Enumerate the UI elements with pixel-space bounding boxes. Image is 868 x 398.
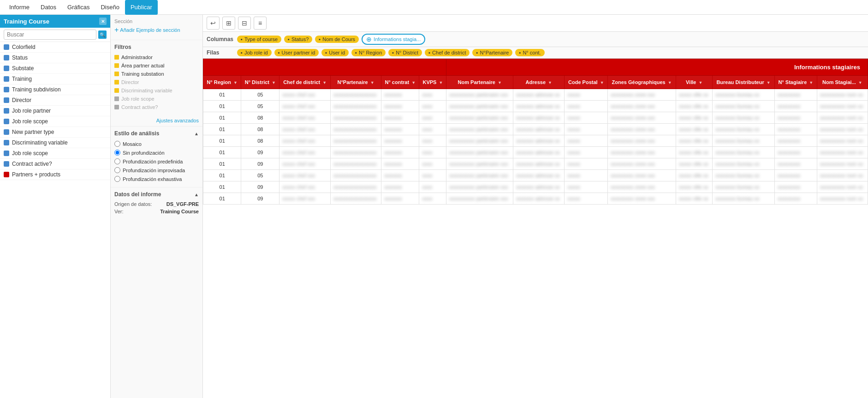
row-pill-user-partner-id[interactable]: ▪ User partner id (274, 49, 319, 56)
sort-icon[interactable]: ▼ (439, 80, 443, 85)
table-cell-blurred: xxxxxxxxx zone xxx (608, 158, 676, 170)
sort-icon[interactable]: ▼ (411, 80, 416, 85)
list-item[interactable]: Job role scope (0, 148, 110, 159)
list-item[interactable]: New partner type (0, 127, 110, 138)
sort-icon[interactable]: ▼ (548, 80, 552, 85)
search-icon[interactable]: 🔍 (98, 30, 107, 39)
table-cell-blurred: xxxxxxxxx (774, 89, 817, 101)
row-pill-n-district[interactable]: ▪ N° District (388, 49, 422, 56)
table-cell-blurred: xxxxxxxxx (774, 193, 817, 205)
list-item[interactable]: Training subdivision (0, 84, 110, 95)
sort-icon[interactable]: ▼ (809, 80, 813, 85)
nav-publicar[interactable]: Publicar (125, 0, 158, 15)
table-cell: 08 (241, 135, 279, 147)
table-row[interactable]: 0108xxxxx chef xxxxxxxxxxxxxxxxxxxxxxxxx… (203, 124, 868, 135)
undo-button[interactable]: ↩ (207, 17, 220, 30)
nav-informe[interactable]: Informe (4, 0, 35, 15)
col-header-chef-de-district[interactable]: Chef de district ▼ (279, 76, 331, 89)
row-pill-n-partenaire[interactable]: ▪ N°Partenaire (472, 49, 512, 56)
col-header-n-stagiaire[interactable]: N° Stagiaire ▼ (774, 76, 817, 89)
list-item[interactable]: Partners + products (0, 169, 110, 180)
sort-icon[interactable]: ▼ (272, 80, 276, 85)
list-item[interactable]: Status (0, 53, 110, 63)
col-header-kvps[interactable]: KVPS ▼ (419, 76, 446, 89)
sort-icon[interactable]: ▼ (698, 80, 702, 85)
sort-icon[interactable]: ▼ (370, 80, 375, 85)
filter-item[interactable]: Director (114, 78, 199, 86)
radio-mosaico[interactable]: Mosaico (114, 139, 199, 148)
filter-item[interactable]: Training substation (114, 70, 199, 78)
col-header-adresse[interactable]: Adresse ▼ (513, 76, 565, 89)
item-label: Contract active? (12, 161, 52, 167)
nav-diseno[interactable]: Diseño (95, 0, 125, 15)
list-item[interactable]: Discriminating variable (0, 138, 110, 148)
list-item[interactable]: Job role scope (0, 116, 110, 127)
list-item[interactable]: Contract active? (0, 159, 110, 169)
column-pill-nom-de-cours[interactable]: ▪ Nom de Cours (315, 36, 359, 43)
add-section-button[interactable]: + Añadir Ejemplo de sección (114, 24, 180, 36)
collapse-icon[interactable]: ▲ (194, 131, 199, 136)
middle-panel: Sección + Añadir Ejemplo de sección Filt… (111, 15, 203, 398)
nav-graficas[interactable]: Gráficas (62, 0, 95, 15)
table-row[interactable]: 0105xxxxx chef xxxxxxxxxxxxxxxxxxxxxxxxx… (203, 101, 868, 112)
row-pill-n-region[interactable]: ▪ N° Region (351, 49, 386, 56)
col-header-code-postal[interactable]: Code Postal ▼ (565, 76, 608, 89)
table-row[interactable]: 0109xxxxx chef xxxxxxxxxxxxxxxxxxxxxxxxx… (203, 193, 868, 205)
filter-item[interactable]: Discriminating variable (114, 86, 199, 95)
table-row[interactable]: 0108xxxxx chef xxxxxxxxxxxxxxxxxxxxxxxxx… (203, 112, 868, 124)
col-header-n-partenaire[interactable]: N°Partenaire ▼ (331, 76, 381, 89)
col-header-nom-partenaire[interactable]: Nom Partenaire ▼ (446, 76, 513, 89)
list-item[interactable]: Director (0, 95, 110, 106)
col-header-n-district[interactable]: N° District ▼ (241, 76, 279, 89)
nav-datos[interactable]: Datos (35, 0, 62, 15)
col-header-zones-geo[interactable]: Zones Géographiques ▼ (608, 76, 676, 89)
filter-item[interactable]: Administrador (114, 53, 199, 61)
radio-profundizacion-predefinida[interactable]: Profundización predefinida (114, 157, 199, 166)
col-header-nom-stagiai[interactable]: Nom Stagiai... ▼ (817, 76, 868, 89)
grid-button[interactable]: ⊞ (222, 17, 235, 30)
table-cell-blurred: xxxxxxxxxx partenaire xxx (446, 181, 513, 193)
table-row[interactable]: 0109xxxxx chef xxxxxxxxxxxxxxxxxxxxxxxxx… (203, 147, 868, 158)
sort-icon[interactable]: ▼ (858, 80, 862, 85)
sort-icon[interactable]: ▼ (233, 80, 238, 85)
sidebar-close-icon[interactable]: ✕ (99, 18, 107, 25)
col-header-ville[interactable]: Ville ▼ (676, 76, 713, 89)
row-pill-user-id[interactable]: ▪ User id (321, 49, 349, 56)
table-row[interactable]: 0109xxxxx chef xxxxxxxxxxxxxxxxxxxxxxxxx… (203, 158, 868, 170)
radio-sin-profundizacion[interactable]: Sin profundización (114, 148, 199, 157)
col-header-n-contrat[interactable]: N° contrat ▼ (381, 76, 419, 89)
col-header-bureau-dist[interactable]: Bureau Distributeur ▼ (713, 76, 775, 89)
list-item[interactable]: Training (0, 74, 110, 84)
list-item[interactable]: Colorfield (0, 42, 110, 53)
list-button[interactable]: ≡ (254, 17, 267, 30)
item-label: Status (12, 54, 28, 61)
advanced-settings-link[interactable]: Ajustes avanzados (111, 115, 202, 126)
split-button[interactable]: ⊟ (238, 17, 251, 30)
radio-profundizacion-exhaustiva[interactable]: Profundización exhaustiva (114, 175, 199, 183)
filter-item[interactable]: Contract active? (114, 103, 199, 111)
table-row[interactable]: 0105xxxxx chef xxxxxxxxxxxxxxxxxxxxxxxxx… (203, 170, 868, 181)
filter-item[interactable]: Área partner actual (114, 61, 199, 70)
row-pill-chef-de-district[interactable]: ▪ Chef de district (425, 49, 470, 56)
row-pill-n-cont[interactable]: ▪ N° cont. (515, 49, 544, 56)
filter-item[interactable]: Job role scope (114, 95, 199, 103)
col-header-n-region[interactable]: N° Region ▼ (203, 76, 241, 89)
radio-profundizacion-improvisada[interactable]: Profundización improvisada (114, 166, 199, 175)
column-pill-type-of-course[interactable]: ▪ Type of course (237, 36, 281, 43)
sort-icon[interactable]: ▼ (668, 80, 672, 85)
datos-informe-title: Datos del informe ▲ (114, 191, 199, 198)
list-item[interactable]: Substate (0, 63, 110, 74)
column-pill-informations[interactable]: ⊕ Informations stagia... (362, 34, 425, 45)
table-row[interactable]: 0108xxxxx chef xxxxxxxxxxxxxxxxxxxxxxxxx… (203, 135, 868, 147)
row-pill-job-role-id[interactable]: ▪ Job role id (237, 49, 272, 56)
sort-icon[interactable]: ▼ (322, 80, 327, 85)
sort-icon[interactable]: ▼ (767, 80, 771, 85)
collapse-icon[interactable]: ▲ (194, 192, 199, 197)
list-item[interactable]: Job role partner (0, 106, 110, 116)
search-input[interactable] (4, 30, 96, 40)
sort-icon[interactable]: ▼ (600, 80, 604, 85)
sort-icon[interactable]: ▼ (498, 80, 502, 85)
table-row[interactable]: 0109xxxxx chef xxxxxxxxxxxxxxxxxxxxxxxxx… (203, 181, 868, 193)
table-row[interactable]: 0105xxxxx chef xxxxxxxxxxxxxxxxxxxxxxxxx… (203, 89, 868, 101)
column-pill-status[interactable]: ▪ Status? (284, 36, 312, 43)
